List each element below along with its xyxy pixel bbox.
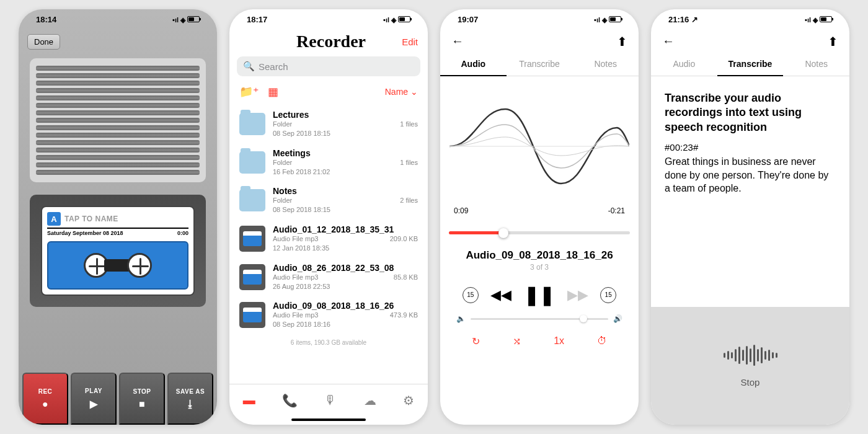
waveform[interactable] (440, 81, 639, 211)
header: Recorder Edit (229, 29, 428, 54)
tabs: Audio Transcribe Notes (440, 54, 639, 81)
edit-button[interactable]: Edit (402, 37, 418, 47)
status-bar: 18:17 (229, 9, 428, 29)
search-input[interactable]: 🔍 Search (237, 56, 420, 76)
cassette-frame: A TAP TO NAME Saturday September 08 2018… (30, 195, 206, 307)
list-item[interactable]: Audio_09_08_2018_18_16_26Audio File mp30… (229, 296, 428, 334)
skip-back-button[interactable]: 15 (463, 287, 479, 303)
stop-transcribe-button[interactable]: Stop (741, 377, 760, 388)
item-meta: 209.0 KB (390, 235, 418, 242)
tabs: Audio Transcribe Notes (651, 54, 849, 81)
item-text: LecturesFolder08 Sep 2018 18:15 (273, 110, 392, 138)
search-placeholder: Search (259, 61, 288, 72)
done-button[interactable]: Done (27, 34, 60, 50)
transcribe-text: Great things in business are never done … (665, 155, 836, 195)
play-button[interactable]: PLAY ▶ (71, 373, 117, 425)
list-footer: 6 items, 190.3 GB available (229, 334, 428, 351)
volume-low-icon: 🔈 (456, 314, 466, 323)
audio-cassette-icon (239, 302, 265, 328)
elapsed-time: 0:09 (454, 206, 468, 215)
audio-cassette-icon (239, 264, 265, 290)
list-item[interactable]: Audio_01_12_2018_18_35_31Audio File mp31… (229, 219, 428, 258)
tab-files-icon[interactable]: ▬ (243, 393, 255, 407)
nav-bar: ← ⬆︎ (440, 29, 639, 54)
file-list-screen: 18:17 Recorder Edit 🔍 Search 📁⁺ ▦ Name ⌄… (229, 9, 428, 425)
pause-button[interactable]: ❚❚ (524, 284, 555, 306)
tab-record-icon[interactable]: 🎙 (324, 393, 337, 407)
volume-row: 🔈 🔊 (440, 311, 639, 327)
back-button[interactable]: ← (662, 34, 675, 49)
cell-signal-icon (172, 15, 179, 24)
track-title: Audio_09_08_2018_18_16_26 (440, 249, 639, 262)
stop-icon: ■ (139, 399, 145, 410)
repeat-button[interactable]: ↻ (472, 335, 480, 347)
list-item[interactable]: MeetingsFolder16 Feb 2018 21:021 files (229, 143, 428, 182)
home-indicator[interactable] (291, 418, 366, 421)
status-indicators (594, 15, 621, 24)
item-text: MeetingsFolder16 Feb 2018 21:02 (273, 148, 392, 177)
tab-bar: ▬ 📞 🎙 ☁ ⚙ (229, 384, 428, 416)
shuffle-button[interactable]: ⤭ (513, 335, 521, 347)
toolbar: 📁⁺ ▦ Name ⌄ (229, 79, 428, 105)
tab-audio[interactable]: Audio (651, 59, 717, 76)
recorder-hardware-screen: 18:14 Done A TAP TO NAME Saturday Septem… (19, 9, 217, 425)
stop-button[interactable]: STOP ■ (119, 373, 165, 425)
status-indicators (383, 15, 410, 24)
progress-thumb[interactable] (498, 228, 508, 238)
tab-settings-icon[interactable]: ⚙ (403, 393, 414, 408)
item-subtitle: Folder08 Sep 2018 18:15 (273, 196, 392, 215)
tap-to-name-field[interactable]: TAP TO NAME (64, 215, 118, 223)
next-button[interactable]: ▶▶ (567, 287, 588, 303)
cassette-side-label: A (47, 212, 61, 226)
progress-bar[interactable] (449, 231, 630, 234)
prev-button[interactable]: ◀◀ (490, 287, 512, 303)
item-subtitle: Folder08 Sep 2018 18:15 (273, 120, 392, 138)
tab-notes[interactable]: Notes (572, 59, 639, 76)
item-meta: 1 files (400, 159, 418, 166)
transcribe-screen: 21:16 ↗ ← ⬆︎ Audio Transcribe Notes Tran… (651, 9, 849, 425)
share-button[interactable]: ⬆︎ (617, 34, 627, 49)
item-title: Audio_09_08_2018_18_16_26 (273, 301, 383, 311)
waveform-icon (450, 94, 629, 199)
volume-thumb[interactable] (580, 315, 587, 322)
rec-label: REC (38, 388, 53, 395)
tab-notes[interactable]: Notes (783, 59, 849, 76)
list-item[interactable]: NotesFolder08 Sep 2018 18:152 files (229, 181, 428, 219)
back-button[interactable]: ← (451, 34, 464, 49)
progress-fill (449, 231, 503, 234)
transcribe-footer: Stop (651, 307, 849, 425)
tab-call-icon[interactable]: 📞 (282, 393, 298, 408)
tab-transcribe[interactable]: Transcribe (717, 59, 784, 76)
grid-view-icon[interactable]: ▦ (268, 85, 278, 99)
rec-button[interactable]: REC ● (22, 373, 68, 425)
save-as-button[interactable]: SAVE AS ⭳ (167, 373, 213, 425)
playback-controls: 15 ◀◀ ❚❚ ▶▶ 15 (440, 272, 639, 311)
share-button[interactable]: ⬆︎ (828, 34, 838, 49)
volume-slider[interactable] (471, 318, 608, 320)
list-item[interactable]: Audio_08_26_2018_22_53_08Audio File mp32… (229, 258, 428, 296)
battery-icon (187, 16, 200, 22)
cell-signal-icon (805, 15, 811, 24)
new-folder-icon[interactable]: 📁⁺ (239, 85, 259, 99)
tab-transcribe[interactable]: Transcribe (507, 59, 573, 76)
item-meta: 85.8 KB (394, 273, 418, 281)
cassette-date: Saturday September 08 2018 (47, 230, 123, 236)
item-subtitle: Folder16 Feb 2018 21:02 (273, 158, 392, 177)
wifi-icon (813, 15, 818, 24)
list-item[interactable]: LecturesFolder08 Sep 2018 18:151 files (229, 105, 428, 143)
wifi-icon (602, 15, 607, 24)
tab-cloud-icon[interactable]: ☁ (364, 393, 376, 408)
status-bar: 21:16 ↗ (651, 9, 849, 29)
skip-fwd-button[interactable]: 15 (600, 287, 616, 303)
item-text: Audio_01_12_2018_18_35_31Audio File mp31… (273, 224, 383, 253)
item-title: Audio_08_26_2018_22_53_08 (273, 263, 386, 273)
listening-indicator-icon (724, 345, 777, 366)
cassette[interactable]: A TAP TO NAME Saturday September 08 2018… (41, 206, 195, 296)
status-time: 21:16 ↗ (668, 15, 698, 24)
speed-button[interactable]: 1x (554, 335, 564, 347)
tab-audio[interactable]: Audio (440, 59, 507, 76)
sort-button[interactable]: Name ⌄ (385, 87, 418, 97)
sleep-timer-button[interactable]: ⏱ (597, 335, 607, 347)
wifi-icon (391, 15, 396, 24)
reel-right-icon (127, 253, 152, 278)
